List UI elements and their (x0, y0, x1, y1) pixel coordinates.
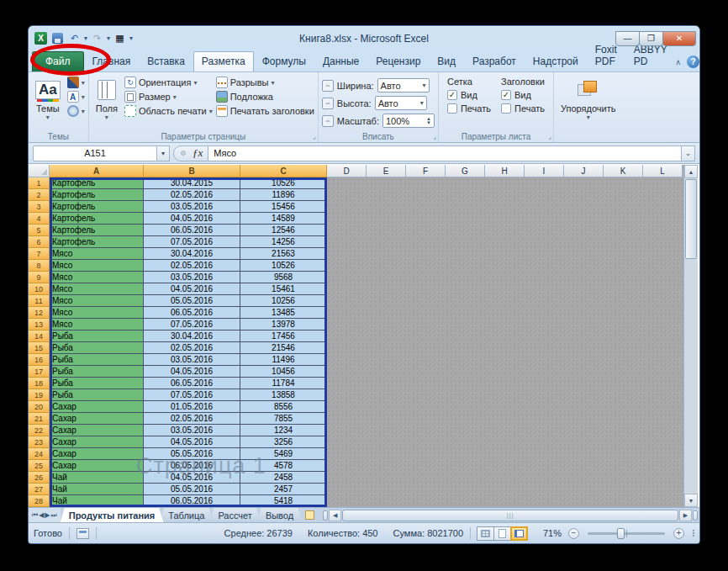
scrollbar-split-handle[interactable] (693, 510, 698, 521)
row-header-1[interactable]: 1 (29, 177, 50, 189)
zoom-in-icon[interactable]: + (673, 528, 684, 539)
cell-product[interactable]: Картофель (50, 201, 144, 213)
tab-Вид[interactable]: Вид (429, 51, 464, 71)
cell-value[interactable]: 12546 (240, 225, 327, 236)
cell-value[interactable]: 13978 (240, 319, 327, 330)
row-header-21[interactable]: 21 (29, 413, 50, 425)
cell-value[interactable]: 21563 (240, 248, 327, 260)
row-header-5[interactable]: 5 (29, 225, 50, 236)
cell-value[interactable]: 2458 (240, 472, 327, 484)
zoom-out-icon[interactable]: − (568, 528, 579, 539)
cell-product[interactable]: Рыба (50, 330, 144, 342)
row-header-24[interactable]: 24 (29, 448, 50, 460)
cell-product[interactable]: Сахар (50, 460, 144, 472)
zoom-level[interactable]: 71% (535, 528, 562, 538)
row-header-13[interactable]: 13 (29, 319, 50, 330)
dialog-launcher-icon[interactable]: ⌟ (548, 133, 551, 140)
column-header-E[interactable]: E (367, 165, 406, 177)
cell-product[interactable]: Мясо (50, 248, 144, 260)
sheet-tab-Таблица[interactable]: Таблица (160, 508, 213, 522)
row-header-20[interactable]: 20 (29, 401, 50, 413)
cell-date[interactable]: 03.05.2016 (144, 272, 240, 283)
cell-product[interactable]: Картофель (50, 225, 144, 236)
cell-product[interactable]: Сахар (50, 448, 144, 460)
button-Разрывы[interactable]: Разрывы▾ (216, 77, 314, 88)
spinner-icon[interactable]: ▲▼ (426, 117, 431, 125)
button-Область печати[interactable]: Область печати▾ (124, 105, 213, 117)
cell-value[interactable]: 14256 (240, 236, 327, 248)
checkbox-Сетка-Вид[interactable]: ✓Вид (447, 90, 491, 100)
cell-date[interactable]: 06.05.2016 (144, 460, 240, 472)
first-sheet-icon[interactable]: ⏮ (32, 511, 38, 520)
sheet-tab-Рассчет[interactable]: Рассчет (209, 508, 261, 522)
row-header-22[interactable]: 22 (29, 425, 50, 436)
cell-date[interactable]: 02.05.2016 (144, 342, 240, 354)
themes-button[interactable]: Aa Темы▾ (32, 75, 64, 130)
sheet-tab-Продукты питания[interactable]: Продукты питания (61, 508, 164, 522)
page-layout-view-icon[interactable] (493, 526, 511, 541)
button-Размер[interactable]: Размер▾ (124, 91, 213, 103)
cell-date[interactable]: 04.05.2016 (144, 436, 240, 448)
scroll-down-icon[interactable]: ▼ (684, 494, 698, 507)
sheet-tab-Вывод[interactable]: Вывод (257, 508, 302, 522)
cell-date[interactable]: 30.04.2015 (144, 177, 240, 189)
cell-date[interactable]: 01.05.2016 (144, 401, 240, 413)
collapse-ribbon-icon[interactable]: ∧ (676, 58, 682, 66)
cell-date[interactable]: 30.04.2016 (144, 330, 240, 342)
column-header-A[interactable]: A (50, 165, 144, 177)
cell-date[interactable]: 03.05.2016 (144, 425, 240, 436)
checkbox-icon[interactable]: ✓ (501, 90, 511, 100)
cell-product[interactable]: Рыба (50, 342, 144, 354)
cell-date[interactable]: 04.05.2016 (144, 213, 240, 225)
tab-Формулы[interactable]: Формулы (254, 51, 314, 71)
cell-product[interactable]: Сахар (50, 413, 144, 425)
cell-value[interactable]: 7855 (240, 413, 327, 425)
fit-value-Масштаб:[interactable]: 100%▲▼ (382, 114, 435, 128)
row-header-25[interactable]: 25 (29, 460, 50, 472)
cell-product[interactable]: Сахар (50, 401, 144, 413)
cell-date[interactable]: 04.05.2016 (144, 472, 240, 484)
dialog-launcher-icon[interactable]: ⌟ (313, 133, 316, 140)
button-Печатать заголовки[interactable]: Печатать заголовки (216, 105, 314, 117)
cell-value[interactable]: 1234 (240, 425, 327, 436)
cell-value[interactable]: 5469 (240, 448, 327, 460)
cell-product[interactable]: Картофель (50, 236, 144, 248)
resize-grip[interactable] (693, 530, 694, 537)
checkbox-Заголовки-Печать[interactable]: Печать (501, 103, 545, 114)
cell-product[interactable]: Мясо (50, 307, 144, 319)
row-header-8[interactable]: 8 (29, 260, 50, 272)
row-header-4[interactable]: 4 (29, 213, 50, 225)
cell-date[interactable]: 06.05.2016 (144, 378, 240, 389)
row-header-28[interactable]: 28 (29, 495, 50, 507)
restore-button[interactable]: ❐ (639, 31, 663, 46)
cell-product[interactable]: Рыба (50, 354, 144, 366)
column-header-B[interactable]: B (144, 165, 240, 177)
cell-date[interactable]: 05.05.2016 (144, 295, 240, 307)
cell-date[interactable]: 02.05.2016 (144, 189, 240, 201)
cell-product[interactable]: Мясо (50, 283, 144, 295)
tab-Вставка[interactable]: Вставка (139, 51, 193, 71)
close-button[interactable]: ✕ (662, 31, 696, 46)
column-header-D[interactable]: D (327, 165, 367, 177)
cell-value[interactable]: 5418 (240, 495, 327, 507)
cell-date[interactable]: 05.05.2016 (144, 484, 240, 495)
button-Ориентация[interactable]: Ориентация▾ (124, 77, 213, 88)
cell-product[interactable]: Рыба (50, 366, 144, 378)
row-header-2[interactable]: 2 (29, 189, 50, 201)
vertical-scrollbar[interactable]: ▲ ▼ (683, 165, 698, 507)
cell-date[interactable]: 04.05.2016 (144, 283, 240, 295)
cell-date[interactable]: 30.04.2016 (144, 248, 240, 260)
cell-value[interactable]: 21546 (240, 342, 327, 354)
horizontal-scroll-thumb[interactable]: ||| (342, 510, 678, 521)
tab-Разработ[interactable]: Разработ (464, 51, 525, 71)
last-sheet-icon[interactable]: ⏭ (51, 511, 57, 520)
cell-date[interactable]: 05.05.2016 (144, 448, 240, 460)
cell-product[interactable]: Картофель (50, 213, 144, 225)
cell-value[interactable]: 11896 (240, 189, 327, 201)
column-header-L[interactable]: L (643, 165, 683, 177)
zoom-slider[interactable] (588, 532, 665, 535)
cell-value[interactable]: 15456 (240, 201, 327, 213)
row-header-12[interactable]: 12 (29, 307, 50, 319)
theme-fonts-button[interactable]: A▾ (67, 91, 85, 103)
cell-product[interactable]: Мясо (50, 319, 144, 330)
